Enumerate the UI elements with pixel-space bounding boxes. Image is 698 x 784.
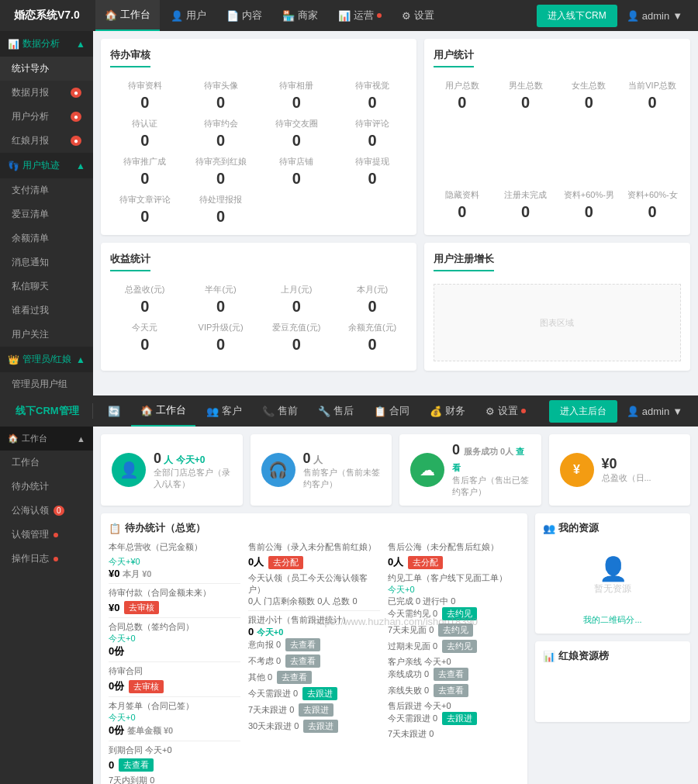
crm-sidebar-workbench[interactable]: 工作台 <box>0 451 93 475</box>
growth-chart: 图表区域 <box>434 284 681 361</box>
meet-expired-btn[interactable]: 去约见 <box>442 640 477 653</box>
nav-content[interactable]: 📄 内容 <box>217 0 271 31</box>
stat-today: 今天元 0 <box>110 322 180 354</box>
stat-profile-60-male: 资料+60%-男 0 <box>560 189 617 221</box>
col2: 售前公海（录入未分配售前红娘） 0人 去分配 今天认领（员工今天公海认领客户） … <box>248 541 380 784</box>
sidebar-item-user-analysis[interactable]: 用户分析 ● <box>0 105 93 129</box>
sidebar-item-balance[interactable]: 余额清单 <box>0 226 93 250</box>
sidebar-group-admin-title[interactable]: 👑 管理员/红娘 ▲ <box>0 347 93 372</box>
user-stats-card: 用户统计 用户总数 0 男生总数 0 女生总数 0 当前VI <box>424 39 690 235</box>
crm-sidebar-todo[interactable]: 待办统计 <box>0 475 93 499</box>
enter-main-backend-button[interactable]: 进入主后台 <box>549 400 617 423</box>
stat-pending-visual: 待审视觉 0 <box>337 80 407 112</box>
pending-stats-title: 📋 待办统计（总览） <box>109 521 520 535</box>
sidebar-item-payment[interactable]: 支付清单 <box>0 178 93 202</box>
nav-users[interactable]: 👤 用户 <box>161 0 216 31</box>
assign-aftersale-btn[interactable]: 去分配 <box>408 556 443 569</box>
crm-admin-icon: 👤 <box>627 406 639 417</box>
review-contract-btn[interactable]: 去审核 <box>129 680 164 693</box>
crm-chevron-icon: ▼ <box>672 406 682 417</box>
sidebar-item-follow[interactable]: 用户关注 <box>0 323 93 347</box>
app-logo: 婚恋系统V7.0 <box>8 9 86 22</box>
crm-sidebar-public-sea[interactable]: 公海认领 0 <box>0 499 93 523</box>
follow-30days-btn[interactable]: 去跟进 <box>303 720 338 733</box>
view-match-success-btn[interactable]: 去查看 <box>434 668 468 681</box>
crm-nav-client[interactable]: 👥 客户 <box>197 395 251 427</box>
claim-dot <box>54 533 58 537</box>
crm-nav-contract[interactable]: 📋 合同 <box>365 395 419 427</box>
view-expired-btn[interactable]: 去查看 <box>119 758 154 772</box>
my-qr-link[interactable]: 我的二维码分... <box>543 614 682 626</box>
crm-settings-icon: ⚙ <box>485 406 495 417</box>
nav-workbench[interactable]: 🏠 工作台 <box>95 0 160 31</box>
nav-settings[interactable]: ⚙ 设置 <box>392 0 444 31</box>
aftersale-follow-today-btn[interactable]: 去跟进 <box>442 712 477 725</box>
sidebar-item-matchmaker-monthly[interactable]: 红娘月报 ● <box>0 129 93 153</box>
assign-presale-btn[interactable]: 去分配 <box>268 556 303 569</box>
sidebar-group-data-title[interactable]: 📊 数据分析 ▲ <box>0 31 93 57</box>
revenue-card: 收益统计 总盈收(元) 0 半年(元) 0 上月(元) 0 <box>101 243 416 371</box>
my-resources-title: 👥 我的资源 <box>543 521 682 535</box>
view-other-btn[interactable]: 去查看 <box>277 671 312 684</box>
operations-icon: 📊 <box>338 10 351 22</box>
sidebar-item-stats[interactable]: 统计导办 <box>0 57 93 81</box>
follow-7days-btn[interactable]: 去跟进 <box>299 703 333 717</box>
sidebar-item-who-viewed[interactable]: 谁看过我 <box>0 299 93 323</box>
sidebar-item-monthly[interactable]: 数据月报 ● <box>0 81 93 105</box>
crm-nav-refresh[interactable]: 🔄 <box>98 395 130 427</box>
crm-admin-menu[interactable]: 👤 admin ▼ <box>619 406 690 417</box>
stat-balance-recharge: 余额充值(元) 0 <box>337 322 407 354</box>
meet-today-btn[interactable]: 去约见 <box>442 607 477 620</box>
admin-menu[interactable]: 👤 admin ▼ <box>619 10 690 22</box>
user-extra-stats: 隐藏资料 0 注册未完成 0 资料+60%-男 0 资料+60%-女 0 <box>434 189 681 221</box>
nav-merchant[interactable]: 🏪 商家 <box>273 0 327 31</box>
stat-pending-withdraw: 待审提现 0 <box>337 156 407 188</box>
crm-nav-presale[interactable]: 📞 售前 <box>253 395 307 427</box>
stat-pending-cert: 待认证 0 <box>110 118 180 150</box>
merchant-icon: 🏪 <box>282 10 295 22</box>
chevron-down-icon: ▼ <box>672 10 682 22</box>
view-intent-btn[interactable]: 去查看 <box>285 638 320 651</box>
stat-vip-upgrade: VIP升级(元) 0 <box>186 322 256 354</box>
dot-badge <box>377 13 382 18</box>
follow-today-btn[interactable]: 去跟进 <box>302 687 337 700</box>
stat-total-users: 用户总数 0 <box>434 80 491 112</box>
crm-nav-workbench[interactable]: 🏠 工作台 <box>131 395 195 427</box>
presale-clients-icon: 🎧 <box>261 453 295 487</box>
chevron-icon: ▲ <box>76 39 85 50</box>
crm-layout: 🏠 工作台 ▲ 工作台 待办统计 公海认领 0 认领管理 操作日志 <box>0 427 698 784</box>
crm-nav-finance[interactable]: 💰 财务 <box>420 395 475 427</box>
sidebar-item-admin-group[interactable]: 管理员用户组 <box>0 372 93 395</box>
meet-7days-btn[interactable]: 去约见 <box>438 623 473 637</box>
stat-pending-friend: 待审交友圈 0 <box>261 118 331 150</box>
nav-operations[interactable]: 📊 运营 <box>329 0 391 31</box>
crm-chevron-group-icon: ▲ <box>77 434 85 444</box>
sidebar-item-notification[interactable]: 消息通知 <box>0 250 93 275</box>
stat-male-users: 男生总数 0 <box>497 80 555 112</box>
sidebar-item-chat[interactable]: 私信聊天 <box>0 275 93 299</box>
crm-navigation: 线下CRM管理 🔄 🏠 工作台 👥 客户 📞 售前 🔧 售后 📋 合同 💰 财务 <box>0 395 698 427</box>
review-payment-btn[interactable]: 去审核 <box>124 601 159 614</box>
crm-nav-config[interactable]: ⚙ 设置 <box>476 395 535 427</box>
stat-total-revenue: 总盈收(元) 0 <box>110 284 180 316</box>
sidebar-group-track-title[interactable]: 👣 用户轨迹 ▲ <box>0 153 93 178</box>
stat-pending-comment: 待审评论 0 <box>337 118 407 150</box>
crm-stat-total-revenue: ¥ ¥0 总盈收（日... <box>549 434 691 506</box>
view-match-fail-btn[interactable]: 去查看 <box>434 684 468 697</box>
crm-contract-icon: 📋 <box>374 406 386 417</box>
crm-sidebar-oplog[interactable]: 操作日志 <box>0 547 93 571</box>
revenue-title: 收益统计 <box>110 252 150 271</box>
view-no-intent-btn[interactable]: 去查看 <box>285 654 320 668</box>
crm-settings-dot <box>521 409 526 413</box>
crm-sidebar-claim-mgmt[interactable]: 认领管理 <box>0 523 93 547</box>
sidebar-item-aidou[interactable]: 爱豆清单 <box>0 202 93 226</box>
main-content: 待办审核 待审资料 0 待审头像 0 待审相册 0 待审视觉 <box>93 31 698 395</box>
enter-crm-button[interactable]: 进入线下CRM <box>537 5 617 27</box>
crm-sidebar-group-title: 🏠 工作台 ▲ <box>0 427 93 451</box>
pending-stats-card: 📋 待办统计（总览） 本年总营收（已完金额） 今天+¥0 ¥0 <box>101 513 527 784</box>
pending-icon: 📋 <box>109 523 121 534</box>
stat-female-users: 女生总数 0 <box>560 80 617 112</box>
crm-nav-aftersale[interactable]: 🔧 售后 <box>309 395 363 427</box>
resources-icon: 👥 <box>543 523 555 534</box>
pending-review-title: 待办审核 <box>110 48 150 67</box>
